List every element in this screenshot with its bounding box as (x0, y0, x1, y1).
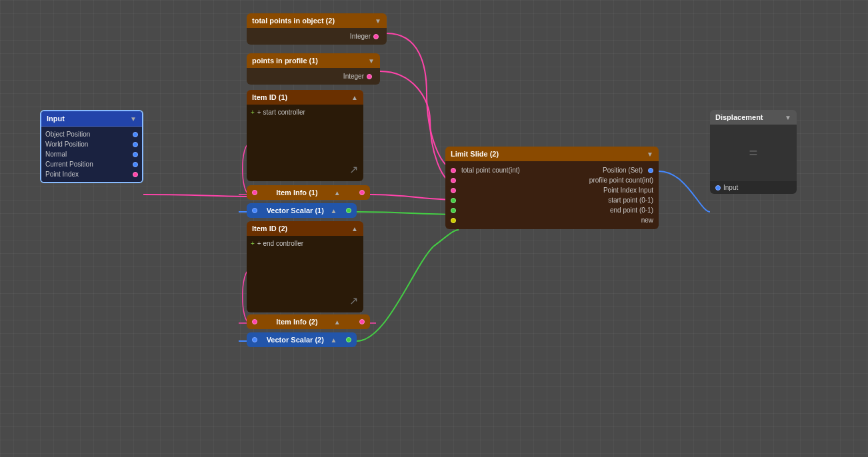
item-info-2-node: Item Info (2) ▲ (247, 314, 370, 329)
item-id-1-content-text: + start controller (257, 109, 305, 116)
total-points-integer-label: Integer (350, 33, 371, 40)
vector-scalar-1-header: Vector Scalar (1) ▲ (247, 203, 357, 218)
position-set-label: Position (Set) (603, 167, 643, 174)
displacement-footer: Input (710, 181, 797, 194)
total-points-title: total points in object (2) (252, 17, 335, 25)
points-profile-title: points in profile (1) (252, 57, 318, 65)
point-index-in-port (451, 188, 456, 193)
displacement-input-label: Input (723, 184, 738, 191)
points-profile-header: points in profile (1) ▼ (247, 53, 380, 68)
points-profile-chevron[interactable]: ▼ (368, 57, 375, 65)
limit-slide-end-point: end point (0-1) (451, 205, 653, 215)
limit-slide-total-point: total point count(int) Position (Set) (451, 165, 653, 175)
end-point-label: end point (0-1) (610, 207, 653, 214)
limit-slide-header: Limit Slide (2) ▼ (445, 147, 659, 161)
input-node: Input ▼ Object Position World Position N… (40, 110, 143, 183)
start-point-label: start point (0-1) (608, 197, 653, 204)
current-position-port (133, 162, 138, 167)
item-id-1-node: Item ID (1) ▲ + + start controller ↗ (247, 90, 363, 181)
item-id-2-content: + + end controller ↗ (247, 236, 363, 312)
limit-slide-node: Limit Slide (2) ▼ total point count(int)… (445, 147, 659, 229)
vector-scalar-1-chevron[interactable]: ▲ (330, 207, 337, 215)
point-index-input-label: Point Index Input (603, 187, 653, 194)
vector-scalar-1-output-port (346, 208, 351, 213)
current-position-label: Current Position (45, 161, 130, 168)
profile-point-in-port (451, 178, 456, 183)
item-id-1-chevron[interactable]: ▲ (351, 94, 358, 101)
input-node-body: Object Position World Position Normal Cu… (41, 127, 142, 182)
point-index-label: Point Index (45, 171, 130, 178)
limit-slide-profile-point: profile point count(int) (451, 175, 653, 185)
displacement-input-port (715, 185, 721, 191)
point-index-port (133, 172, 138, 177)
vector-scalar-2-header: Vector Scalar (2) ▲ (247, 332, 357, 347)
total-point-in-port (451, 168, 456, 173)
limit-slide-new: new (451, 215, 653, 225)
vector-scalar-1-input-port (252, 208, 257, 213)
item-info-2-header: Item Info (2) ▲ (247, 314, 370, 329)
item-id-1-header: Item ID (1) ▲ (247, 90, 363, 105)
item-info-1-title: Item Info (1) (276, 189, 317, 197)
item-info-1-node: Item Info (1) ▲ (247, 185, 370, 200)
item-info-1-header: Item Info (1) ▲ (247, 185, 370, 200)
profile-point-label: profile point count(int) (589, 177, 653, 184)
output-object-position: Object Position (45, 129, 138, 139)
output-point-index: Point Index (45, 169, 138, 179)
total-point-label: total point count(int) (461, 167, 600, 174)
item-info-2-output-port (359, 319, 365, 324)
vector-scalar-2-title: Vector Scalar (2) (267, 336, 324, 344)
points-profile-body: Integer (247, 68, 380, 85)
end-point-in-port (451, 208, 456, 213)
limit-slide-chevron[interactable]: ▼ (647, 151, 653, 158)
points-profile-integer-label: Integer (343, 73, 364, 80)
vector-scalar-2-chevron[interactable]: ▲ (330, 336, 337, 344)
points-profile-port (367, 74, 372, 79)
item-id-1-plus-icon: + (251, 109, 255, 116)
vector-scalar-1-title: Vector Scalar (1) (267, 207, 324, 215)
vector-scalar-2-node: Vector Scalar (2) ▲ (247, 332, 357, 347)
output-normal: Normal (45, 149, 138, 159)
input-chevron-icon[interactable]: ▼ (130, 115, 137, 123)
limit-slide-title: Limit Slide (2) (451, 150, 499, 158)
item-id-2-chevron[interactable]: ▲ (351, 225, 358, 232)
item-info-2-input-port (252, 319, 257, 324)
position-set-port (648, 168, 653, 173)
points-profile-output: Integer (251, 71, 376, 82)
total-points-header: total points in object (2) ▼ (247, 13, 387, 28)
item-id-2-title: Item ID (2) (252, 225, 287, 232)
limit-slide-body: total point count(int) Position (Set) pr… (445, 161, 659, 229)
limit-slide-point-index: Point Index Input (451, 185, 653, 195)
total-points-body: Integer (247, 28, 387, 45)
object-position-port (133, 132, 138, 137)
normal-label: Normal (45, 151, 130, 158)
item-id-1-title: Item ID (1) (252, 93, 287, 101)
item-id-2-header: Item ID (2) ▲ (247, 221, 363, 236)
displacement-chevron[interactable]: ▼ (785, 114, 791, 121)
item-id-2-node: Item ID (2) ▲ + + end controller ↗ (247, 221, 363, 312)
item-id-1-content: + + start controller ↗ (247, 105, 363, 181)
total-points-chevron[interactable]: ▼ (375, 17, 381, 25)
item-id-2-content-text: + end controller (257, 240, 303, 247)
item-info-2-chevron[interactable]: ▲ (334, 318, 341, 326)
vector-scalar-2-input-port (252, 337, 257, 342)
displacement-node: Displacement ▼ = Input (710, 110, 797, 194)
displacement-title: Displacement (715, 113, 763, 121)
item-info-1-output-port (359, 190, 365, 195)
world-position-port (133, 142, 138, 147)
total-points-output: Integer (251, 31, 383, 42)
new-in-port (451, 218, 456, 223)
world-position-label: World Position (45, 141, 130, 148)
item-info-1-chevron[interactable]: ▲ (334, 189, 341, 197)
output-world-position: World Position (45, 139, 138, 149)
normal-port (133, 152, 138, 157)
item-info-1-input-port (252, 190, 257, 195)
displacement-header: Displacement ▼ (710, 110, 797, 125)
limit-slide-start-point: start point (0-1) (451, 195, 653, 205)
new-label: new (641, 217, 653, 224)
vector-scalar-2-output-port (346, 337, 351, 342)
vector-scalar-1-node: Vector Scalar (1) ▲ (247, 203, 357, 218)
item-id-1-arrow-icon: ↗ (349, 163, 358, 176)
output-current-position: Current Position (45, 159, 138, 169)
points-profile-node: points in profile (1) ▼ Integer (247, 53, 380, 85)
total-points-port (373, 34, 379, 39)
